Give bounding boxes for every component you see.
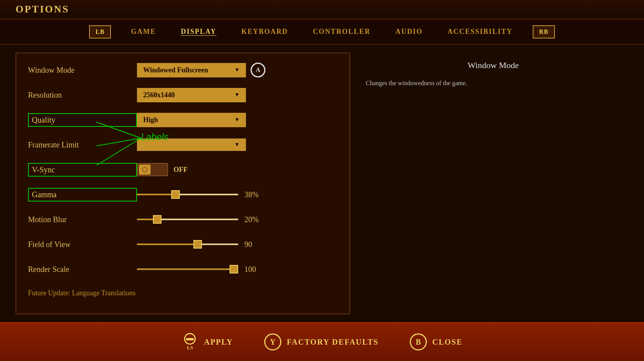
apply-label: APPLY xyxy=(204,338,233,347)
top-bar: OPTIONS xyxy=(0,0,644,19)
toggle-knob xyxy=(139,165,151,175)
render-scale-fill xyxy=(137,268,238,270)
quality-value: High xyxy=(143,116,158,124)
main-content: Window Mode Windowed Fullscreen ▼ A Reso… xyxy=(0,45,644,322)
stick-icon xyxy=(184,333,196,345)
fov-value: 90 xyxy=(244,240,264,249)
future-update: Future Update: Language Translations xyxy=(28,289,338,297)
framerate-control: ▼ xyxy=(137,138,338,151)
render-scale-thumb[interactable] xyxy=(230,265,238,273)
apply-action[interactable]: LS APPLY xyxy=(181,333,233,350)
vsync-control: OFF xyxy=(137,163,338,176)
info-description: Changes the windowedness of the game. xyxy=(366,78,621,88)
render-scale-row: Render Scale 100 xyxy=(28,260,338,278)
gamma-control: 38% xyxy=(137,190,338,199)
gamma-value: 38% xyxy=(244,190,264,199)
quality-dropdown[interactable]: High ▼ xyxy=(137,113,246,127)
motion-blur-slider-container: 20% xyxy=(137,215,338,224)
a-button[interactable]: A xyxy=(251,63,265,77)
tab-keyboard[interactable]: KEYBOARD xyxy=(237,25,293,39)
gamma-label: Gamma xyxy=(28,188,137,202)
info-title: Window Mode xyxy=(366,60,621,70)
render-scale-track[interactable] xyxy=(137,268,238,270)
vsync-row: V-Sync OFF xyxy=(28,161,338,179)
gamma-thumb[interactable] xyxy=(171,190,180,199)
resolution-dropdown[interactable]: 2560x1440 ▼ xyxy=(137,88,246,102)
motion-blur-thumb[interactable] xyxy=(153,215,161,224)
framerate-arrow: ▼ xyxy=(234,142,240,148)
factory-defaults-action[interactable]: Y FACTORY DEFAULTS xyxy=(264,333,379,350)
tab-audio[interactable]: AUDIO xyxy=(391,25,427,39)
render-scale-slider-container: 100 xyxy=(137,265,338,274)
render-scale-control: 100 xyxy=(137,265,338,274)
factory-defaults-label: FACTORY DEFAULTS xyxy=(287,338,379,347)
b-button[interactable]: B xyxy=(410,333,427,350)
vsync-toggle-container: OFF xyxy=(137,163,188,176)
quality-control: High ▼ xyxy=(137,113,338,127)
fov-fill xyxy=(137,244,198,245)
window-mode-dropdown[interactable]: Windowed Fullscreen ▼ xyxy=(137,63,246,77)
resolution-row: Resolution 2560x1440 ▼ xyxy=(28,86,338,104)
tab-game[interactable]: GAME xyxy=(126,25,161,39)
window-mode-label: Window Mode xyxy=(28,66,137,75)
bumper-left[interactable]: LB xyxy=(89,25,111,39)
gamma-row: Gamma 38% xyxy=(28,186,338,203)
fov-row: Field of View 90 xyxy=(28,235,338,253)
page-title: OPTIONS xyxy=(16,4,69,15)
toggle-inner xyxy=(142,167,147,172)
framerate-label: Framerate Limit xyxy=(28,140,137,149)
quality-arrow: ▼ xyxy=(234,117,240,123)
settings-panel: Window Mode Windowed Fullscreen ▼ A Reso… xyxy=(16,53,350,314)
vsync-toggle[interactable] xyxy=(137,163,168,176)
quality-row: Quality High ▼ xyxy=(28,111,338,129)
tab-controller[interactable]: CONTROLLER xyxy=(308,25,375,39)
stick-base xyxy=(186,338,194,340)
gamma-fill xyxy=(137,194,175,195)
resolution-control: 2560x1440 ▼ xyxy=(137,88,338,102)
close-action[interactable]: B CLOSE xyxy=(410,333,463,350)
close-label: CLOSE xyxy=(432,338,463,347)
quality-label: Quality xyxy=(28,113,137,127)
info-panel: Window Mode Changes the windowedness of … xyxy=(358,53,628,314)
tab-display[interactable]: DISPLAY xyxy=(176,25,221,39)
fov-control: 90 xyxy=(137,240,338,249)
fov-label: Field of View xyxy=(28,240,137,249)
gamma-slider-container: 38% xyxy=(137,190,338,199)
resolution-value: 2560x1440 xyxy=(143,91,175,99)
dropdown-arrow: ▼ xyxy=(234,67,240,73)
motion-blur-row: Motion Blur 20% xyxy=(28,210,338,228)
bottom-bar: LS APPLY Y FACTORY DEFAULTS B CLOSE xyxy=(0,322,644,361)
vsync-label: V-Sync xyxy=(28,163,137,177)
fov-thumb[interactable] xyxy=(193,240,202,249)
nav-bar: LB GAME DISPLAY KEYBOARD CONTROLLER AUDI… xyxy=(0,19,644,45)
gamma-track[interactable] xyxy=(137,194,238,195)
fov-track[interactable] xyxy=(137,244,238,245)
ls-icon: LS xyxy=(181,333,198,350)
bumper-right[interactable]: RB xyxy=(533,25,555,39)
framerate-row: Framerate Limit ▼ xyxy=(28,136,338,154)
resolution-arrow: ▼ xyxy=(234,92,240,98)
resolution-label: Resolution xyxy=(28,91,137,100)
tab-accessibility[interactable]: ACCESSIBILITY xyxy=(443,25,517,39)
render-scale-value: 100 xyxy=(244,265,264,274)
motion-blur-track[interactable] xyxy=(137,219,238,220)
y-button[interactable]: Y xyxy=(264,333,281,350)
vsync-state: OFF xyxy=(174,166,188,174)
motion-blur-value: 20% xyxy=(244,215,264,224)
render-scale-label: Render Scale xyxy=(28,265,137,274)
motion-blur-label: Motion Blur xyxy=(28,215,137,224)
motion-blur-control: 20% xyxy=(137,215,338,224)
fov-slider-container: 90 xyxy=(137,240,338,249)
framerate-dropdown[interactable]: ▼ xyxy=(137,138,246,151)
window-mode-control: Windowed Fullscreen ▼ A xyxy=(137,63,338,77)
window-mode-value: Windowed Fullscreen xyxy=(143,66,208,74)
window-mode-row: Window Mode Windowed Fullscreen ▼ A xyxy=(28,61,338,79)
